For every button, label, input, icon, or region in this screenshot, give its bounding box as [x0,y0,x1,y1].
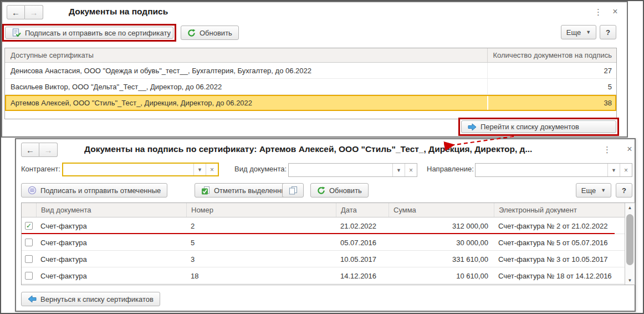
doc-number-cell: 3 [186,251,336,267]
doc-number-cell: 2 [186,217,336,234]
stamp-seal-icon [28,186,37,195]
scroll-up-icon[interactable]: ▲ [625,203,635,212]
back-button[interactable]: ← [21,143,39,157]
doc-sum-cell: 312 000,00 [389,217,494,234]
direction-input[interactable]: ▼ × [475,163,632,177]
more-label: Еще [581,186,596,195]
clear-icon[interactable]: × [405,164,417,176]
copy-pages-button[interactable] [282,183,304,197]
certificates-table-header: Доступные сертификаты Количество докумен… [5,48,616,63]
doc-type-cell: Счет-фактура [36,267,186,283]
certificate-doc-count: 38 [487,95,616,110]
back-button[interactable]: ← [7,5,25,19]
counterparty-label: Контрагент: [21,165,60,173]
doc-number-cell: 5 [186,234,336,250]
column-header-sum[interactable]: Сумма [389,203,494,217]
doc-type-value [289,164,392,176]
vertical-scrollbar[interactable]: ▲ ▼ [625,203,635,285]
counterparty-input[interactable]: ▼ × [62,163,219,176]
more-button[interactable]: Еще ▼ [576,183,611,197]
certificate-name: Васильев Виктор, ООО "Дельта"_Тест__, Ди… [5,79,487,94]
column-header-doc-count[interactable]: Количество документов на подпись [487,48,616,62]
refresh-icon [317,186,325,195]
doc-date-cell: 10.05.2017 [336,251,389,267]
doc-edoc-cell: Счет-фактура № 3 от 10.05.2017 [494,251,626,267]
documents-table-header: Вид документа Номер Дата Сумма Электронн… [22,203,635,217]
scroll-down-icon[interactable]: ▼ [625,276,635,285]
doc-date-cell: 21.02.2022 [336,217,389,234]
row-checkbox[interactable] [25,255,33,263]
screenshot-frame: ← → Документы на подпись ⋮ × Подписать и… [0,0,644,314]
refresh-label: Обновить [329,186,362,195]
refresh-button[interactable]: Обновить [310,183,369,197]
back-arrow-icon: ← [12,8,20,17]
document-row[interactable]: Счет-фактура 18 14.12.2016 10 610,00 Сче… [22,267,635,284]
doc-type-input[interactable]: ▼ × [288,163,417,177]
sign-and-send-all-button[interactable]: Подписать и отправить все по сертификату [5,27,173,39]
certificate-row-selected[interactable]: Артемов Алексей, ООО "Стиль"_Тест_, Дире… [5,95,616,111]
document-row[interactable]: Счет-фактура 3 10.05.2017 331 610,00 Сче… [22,251,635,267]
doc-type-cell: Счет-фактура [36,251,186,267]
certificate-row[interactable]: Денисова Анастасия, ООО "Одежда и обувь"… [5,63,616,79]
forward-arrow-icon: → [44,145,53,155]
column-header-doc-type[interactable]: Вид документа [36,203,186,217]
doc-edoc-cell: Счет-фактура № 18 от 14.12.2016 [494,267,626,283]
clear-icon[interactable]: × [206,164,218,175]
column-header-date[interactable]: Дата [336,203,389,217]
close-icon[interactable]: × [624,144,635,154]
history-nav: ← → [7,5,43,19]
window2-title: Документы на подпись по сертификату: Арт… [84,144,532,154]
kebab-menu-icon[interactable]: ⋮ [602,145,613,155]
window-certificates: ← → Документы на подпись ⋮ × Подписать и… [1,1,628,138]
close-icon[interactable]: × [610,7,621,17]
help-button[interactable]: ? [600,25,616,39]
kebab-menu-icon[interactable]: ⋮ [593,7,604,17]
refresh-label: Обновить [200,29,232,37]
doc-edoc-cell: Счет-фактура № 5 от 05.07.2016 [494,234,626,250]
mark-selected-label: Отметить выделенные [214,186,290,195]
scrollbar-thumb[interactable] [626,214,633,265]
dropdown-caret-icon[interactable]: ▼ [392,164,405,176]
more-button[interactable]: Еще ▼ [561,25,596,39]
row-checkbox[interactable] [25,272,33,280]
annotation-box-goto-documents: Перейти к списку документов [458,118,619,136]
goto-documents-button[interactable]: Перейти к списку документов [461,120,616,133]
direction-label: Направление: [427,165,474,173]
row-checkbox[interactable] [25,239,33,246]
column-header-checkbox[interactable] [22,203,36,217]
sign-and-send-marked-button[interactable]: Подписать и отправить отмеченные [21,183,167,197]
column-header-certificates[interactable]: Доступные сертификаты [5,48,487,62]
clear-icon[interactable]: × [620,164,632,176]
history-nav: ← → [21,143,58,157]
counterparty-value [63,164,193,175]
document-row[interactable]: Счет-фактура 5 05.07.2016 30 000,00 Счет… [22,234,635,251]
annotation-box-sign-all: Подписать и отправить все по сертификату [2,24,176,42]
doc-type-cell: Счет-фактура [36,217,186,234]
forward-arrow-icon: → [30,8,38,17]
document-row[interactable]: ✓ Счет-фактура 2 21.02.2022 312 000,00 С… [22,217,635,234]
dropdown-caret-icon[interactable]: ▼ [193,164,206,175]
window-documents: ← → Документы на подпись по сертификату:… [15,138,636,312]
sign-and-send-marked-label: Подписать и отправить отмеченные [40,186,161,195]
documents-table: Вид документа Номер Дата Сумма Электронн… [21,202,635,285]
certificate-doc-count: 27 [487,63,616,78]
help-button[interactable]: ? [616,183,632,197]
dropdown-caret-icon[interactable]: ▼ [607,164,620,176]
refresh-button[interactable]: Обновить [181,26,239,40]
checked-checkbox-icon [201,186,210,195]
goto-documents-label: Перейти к списку документов [481,123,579,131]
column-header-edoc[interactable]: Электронный документ [494,203,626,217]
column-header-number[interactable]: Номер [186,203,336,217]
doc-type-cell: Счет-фактура [36,234,186,250]
refresh-icon [187,29,196,37]
doc-date-cell: 14.12.2016 [336,267,389,283]
help-label: ? [622,186,626,195]
back-to-certificates-button[interactable]: Вернуться к списку сертификатов [21,292,160,306]
doc-number-cell: 18 [186,267,336,283]
forward-button[interactable]: → [39,143,58,157]
row-checkbox-checked[interactable]: ✓ [25,222,33,230]
forward-button[interactable]: → [25,5,43,19]
certificate-row[interactable]: Васильев Виктор, ООО "Дельта"_Тест__, Ди… [5,79,616,95]
window1-title: Документы на подпись [69,7,168,17]
more-label: Еще [566,28,581,37]
